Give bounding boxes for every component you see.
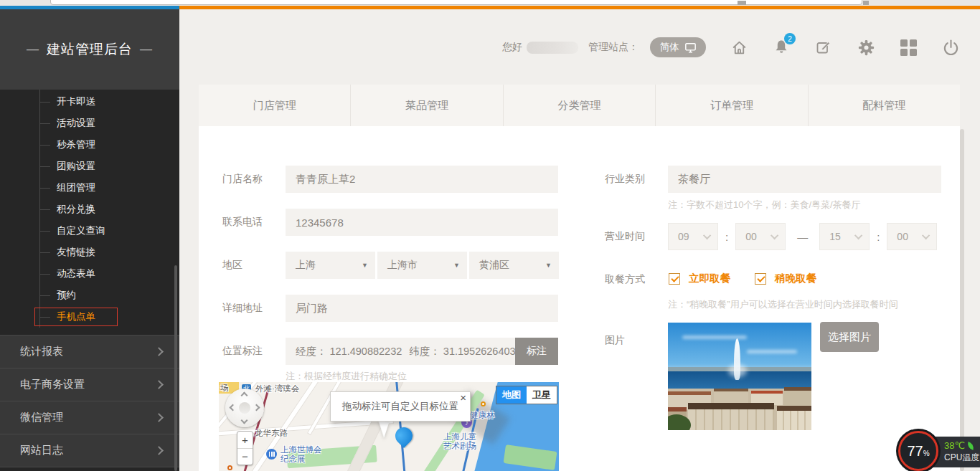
close-minute-select[interactable]: 00	[887, 223, 937, 250]
home-button[interactable]	[730, 38, 748, 57]
sidebar-menu: 开卡即送 活动设置 秒杀管理 团购设置 组团管理 积分兑换 自定义查询 友情链接…	[39, 90, 179, 328]
greeting-text: 您好	[502, 41, 522, 54]
phone-input[interactable]	[286, 209, 558, 236]
image-label: 图片	[605, 334, 625, 347]
tab-store-management[interactable]: 门店管理	[199, 85, 351, 126]
sidebar-item-seckill[interactable]: 秒杀管理	[40, 134, 179, 156]
zoom-in-button[interactable]: +	[237, 432, 253, 449]
cpu-temp-value: 38℃	[944, 439, 965, 452]
sidebar-item-groupmgmt[interactable]: 组团管理	[40, 177, 179, 199]
map-dot-poi	[227, 465, 232, 470]
logout-button[interactable]	[941, 38, 960, 57]
top-header: 您好 管理站点： 简体 2	[179, 9, 980, 85]
sidebar-sections: 统计报表 电子商务设置 微信管理 网站日志	[0, 335, 179, 467]
longitude-value: 121.490882232	[330, 346, 402, 357]
choose-image-button[interactable]: 选择图片	[820, 322, 879, 352]
industry-label: 行业类别	[605, 173, 645, 186]
store-name-input[interactable]	[286, 166, 558, 193]
gear-icon	[857, 39, 875, 57]
store-form: 门店名称 联系电话 地区 上海▼ 上海市▼ 黄浦区▼ 详细地址 位置标注 经度：…	[199, 126, 960, 471]
managed-site-label: 管理站点：	[588, 41, 639, 54]
map-label-road: 龙华东路	[255, 428, 288, 439]
edit-button[interactable]	[814, 38, 833, 57]
chevron-right-icon	[154, 446, 164, 455]
zoom-out-button[interactable]: −	[237, 449, 253, 465]
hours-label: 营业时间	[605, 230, 645, 243]
province-select[interactable]: 上海▼	[286, 252, 375, 279]
latitude-label: 纬度：	[409, 345, 440, 358]
sidebar-item-customquery[interactable]: 自定义查询	[40, 220, 179, 242]
browser-icon	[863, 1, 869, 5]
sidebar-item-activity[interactable]: 活动设置	[40, 113, 179, 134]
map-tooltip: 拖动标注可自定义目标位置 ×	[330, 391, 471, 422]
tab-ingredient-management[interactable]: 配料管理	[809, 85, 960, 126]
map-pan-control[interactable]	[225, 389, 264, 427]
tab-category-management[interactable]: 分类管理	[504, 85, 656, 126]
sidebar-section-sitelog[interactable]: 网站日志	[0, 434, 179, 467]
address-label: 详细地址	[222, 302, 263, 315]
mark-location-button[interactable]: 标注	[515, 338, 558, 365]
apps-button[interactable]	[899, 38, 918, 57]
location-note: 注：根据经纬度进行精确定位	[286, 370, 407, 383]
checkbox-checked-icon[interactable]	[669, 273, 680, 285]
address-input[interactable]	[286, 295, 558, 322]
leaf-icon	[966, 441, 975, 449]
sidebar-section-ecommerce[interactable]: 电子商务设置	[0, 368, 179, 401]
home-icon	[730, 39, 748, 57]
tooltip-close-icon[interactable]: ×	[460, 393, 466, 403]
page-scrollbar[interactable]	[960, 129, 964, 471]
pan-down-icon[interactable]	[241, 417, 248, 424]
sidebar-item-points[interactable]: 积分兑换	[40, 199, 179, 220]
sidebar-item-booking[interactable]: 预约	[40, 285, 179, 306]
language-pill-button[interactable]: 简体	[650, 37, 706, 57]
sidebar-item-card-gift[interactable]: 开卡即送	[40, 91, 179, 113]
sidebar-section-wechat[interactable]: 微信管理	[0, 401, 179, 434]
pickup-now-option[interactable]: 立即取餐	[669, 272, 730, 285]
museum-poi-icon	[266, 449, 277, 460]
chevron-down-icon	[771, 232, 778, 239]
sidebar: — 建站管理后台 — 开卡即送 活动设置 秒杀管理 团购设置 组团管理 积分兑换…	[0, 9, 179, 471]
pan-center[interactable]	[239, 402, 250, 414]
settings-button[interactable]	[857, 38, 875, 57]
checkbox-checked-icon[interactable]	[755, 273, 766, 285]
grid-icon	[900, 39, 917, 56]
sidebar-item-links[interactable]: 友情链接	[40, 242, 179, 263]
pickup-later-option[interactable]: 稍晚取餐	[755, 272, 816, 285]
map-label-expo: 上海世博会纪念展	[281, 445, 322, 464]
tab-dish-management[interactable]: 菜品管理	[351, 85, 503, 126]
map-zoom-control: + −	[237, 431, 253, 465]
industry-note: 注：字数不超过10个字，例：美食/粤菜/茶餐厅	[668, 199, 861, 211]
notifications-button[interactable]: 2	[772, 38, 791, 57]
map-marker-pin[interactable]	[392, 424, 416, 448]
cpu-usage-gauge[interactable]: 77 %	[898, 431, 938, 471]
pan-left-icon[interactable]	[230, 404, 237, 411]
district-select[interactable]: 黄浦区▼	[469, 252, 559, 279]
open-hour-select[interactable]: 09	[668, 223, 718, 250]
pan-right-icon[interactable]	[253, 404, 260, 411]
tab-order-management[interactable]: 订单管理	[656, 85, 808, 126]
selection-highlight-box	[34, 308, 118, 326]
pan-up-icon[interactable]	[241, 392, 248, 399]
sidebar-item-groupbuy[interactable]: 团购设置	[40, 156, 179, 177]
cpu-temp-label: CPU温度	[944, 452, 979, 464]
browser-icon	[738, 1, 746, 5]
sidebar-item-mobile-order[interactable]: 手机点单	[40, 306, 179, 328]
map-type-toggle: 地图 卫星	[496, 386, 557, 404]
monitor-icon	[684, 42, 697, 53]
chevron-right-icon	[154, 413, 164, 422]
longitude-label: 经度：	[296, 345, 327, 358]
close-hour-select[interactable]: 15	[819, 223, 870, 250]
edit-icon	[815, 39, 832, 56]
sidebar-scrollbar[interactable]	[174, 265, 177, 471]
pickup-note: 注：“稍晚取餐”用户可以选择在营业时间内选择取餐时间	[668, 298, 898, 311]
content-panel: 门店管理 菜品管理 分类管理 订单管理 配料管理 门店名称 联系电话 地区 上海…	[199, 85, 960, 471]
map-widget[interactable]: 场 北 外滩·湾璞会 龙华东路 上海世博会纪念展 上海儿童艺术剧场 ♪ 健康林	[219, 382, 559, 471]
city-select[interactable]: 上海市▼	[377, 252, 467, 279]
sidebar-section-reports[interactable]: 统计报表	[0, 335, 179, 368]
open-minute-select[interactable]: 00	[735, 223, 786, 250]
map-type-map-button[interactable]: 地图	[496, 386, 527, 404]
coordinates-field[interactable]: 经度： 121.490882232 纬度： 31.1952626403 标注	[286, 338, 558, 365]
industry-input[interactable]	[668, 166, 941, 193]
sidebar-item-forms[interactable]: 动态表单	[40, 263, 179, 285]
map-type-satellite-button[interactable]: 卫星	[527, 386, 557, 404]
